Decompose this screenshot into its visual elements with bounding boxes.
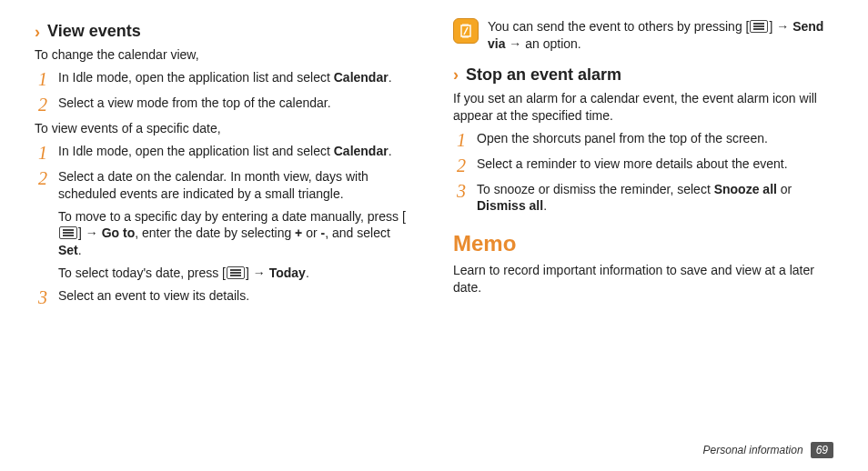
heading-text: Stop an event alarm (466, 65, 621, 85)
list-item: 2 Select a reminder to view more details… (453, 155, 833, 175)
step-number: 2 (35, 95, 47, 115)
right-column: You can send the event to others by pres… (453, 18, 833, 313)
list-item: 2 Select a view mode from the top of the… (35, 95, 415, 115)
heading-view-events: › View events (35, 22, 415, 41)
memo-text: Learn to record important information to… (453, 262, 833, 296)
page-footer: Personal information 69 (703, 442, 833, 458)
menu-icon (59, 226, 77, 239)
menu-icon (227, 266, 245, 279)
list-change-view: 1 In Idle mode, open the application lis… (35, 69, 415, 115)
intro-change-view: To change the calendar view, (35, 46, 415, 64)
step-body: Select a view mode from the top of the c… (58, 95, 415, 115)
tip-send-via: You can send the event to others by pres… (453, 18, 833, 53)
list-item: 3 To snooze or dismiss the reminder, sel… (453, 181, 833, 215)
list-item: 1 In Idle mode, open the application lis… (35, 69, 415, 89)
intro-alarm: If you set an alarm for a calendar event… (453, 90, 833, 125)
step-number: 3 (453, 181, 466, 215)
chevron-icon: › (453, 66, 459, 83)
step-number: 3 (35, 287, 47, 307)
list-item: 1 Open the shorcuts panel from the top o… (453, 130, 833, 150)
step-body: Select a date on the calendar. In month … (58, 168, 415, 282)
step-body: Select an event to view its details. (58, 287, 415, 307)
step-body: Open the shorcuts panel from the top of … (477, 130, 833, 150)
note-icon (453, 18, 479, 44)
list-alarm: 1 Open the shorcuts panel from the top o… (453, 130, 833, 215)
heading-text: View events (47, 22, 141, 41)
list-specific-date: 1 In Idle mode, open the application lis… (35, 143, 415, 307)
step-body: In Idle mode, open the application list … (58, 69, 415, 89)
list-item: 3 Select an event to view its details. (35, 287, 415, 307)
step-number: 1 (35, 69, 47, 89)
heading-stop-alarm: › Stop an event alarm (453, 65, 833, 85)
step-body: In Idle mode, open the application list … (58, 143, 415, 163)
step-number: 1 (35, 143, 47, 163)
list-item: 1 In Idle mode, open the application lis… (35, 143, 415, 163)
list-item: 2 Select a date on the calendar. In mont… (35, 168, 415, 282)
step-number: 2 (35, 168, 47, 282)
step-body: To snooze or dismiss the reminder, selec… (477, 181, 833, 215)
step-number: 2 (453, 155, 466, 175)
step-number: 1 (453, 130, 466, 150)
chevron-icon: › (35, 24, 40, 40)
footer-section: Personal information (703, 444, 803, 456)
page-number: 69 (811, 442, 833, 458)
step-sub-goto: To move to a specific day by entering a … (58, 208, 415, 260)
tip-text: You can send the event to others by pres… (488, 18, 833, 53)
step-body: Select a reminder to view more details a… (477, 155, 833, 175)
left-column: › View events To change the calendar vie… (35, 18, 415, 313)
heading-memo: Memo (453, 231, 833, 256)
menu-icon (750, 20, 768, 33)
step-sub-today: To select today's date, press [] → Today… (58, 265, 415, 282)
intro-specific-date: To view events of a specific date, (35, 120, 415, 137)
